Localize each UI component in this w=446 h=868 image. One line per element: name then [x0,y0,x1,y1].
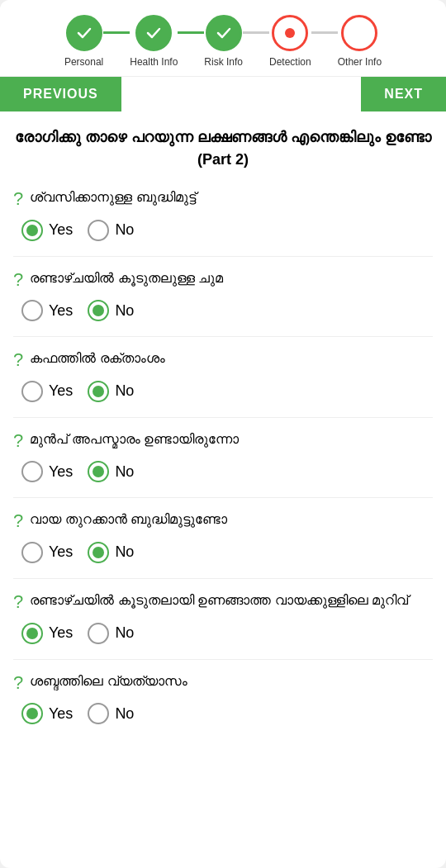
radio-outer-yes-7 [21,703,43,724]
radio-group-4: Yes No [13,461,433,482]
question-block-4: ? മുൻപ് അപസ്മാരം ഉണ്ടായിരുന്നോ Yes No [13,429,433,483]
step-circle-risk-info [206,15,242,51]
question-block-3: ? കഫത്തിൽ രക്താംശം Yes No [13,349,433,402]
radio-yes-3[interactable]: Yes [21,381,73,402]
radio-group-7: Yes No [13,703,433,724]
radio-yes-2[interactable]: Yes [21,300,73,321]
divider-4 [13,497,433,498]
divider-1 [13,256,433,257]
question-block-2: ? രണ്ടാഴ്ചയിൽ കൂടുതലുള്ള ചുമ Yes No [13,268,433,322]
no-label-5: No [115,543,134,561]
radio-outer-no-3 [88,381,109,402]
radio-no-7[interactable]: No [88,703,134,724]
radio-inner-yes-6 [26,628,38,639]
radio-yes-7[interactable]: Yes [21,703,73,724]
question-icon-7: ? [13,671,23,695]
question-text-1: ശ്വസിക്കാനുള്ള ബുദ്ധിമുട്ട് [30,187,195,207]
no-label-7: No [115,705,134,723]
question-icon-1: ? [13,187,23,211]
step-circle-other-info [341,15,377,51]
question-text-3: കഫത്തിൽ രക്താംശം [30,349,164,368]
radio-no-1[interactable]: No [88,220,134,241]
no-label-4: No [115,463,134,481]
step-label-personal: Personal [64,56,103,68]
question-block-7: ? ശബ്ദത്തിലെ വ്യത്യാസം Yes No [13,671,433,725]
radio-outer-yes-4 [21,461,43,482]
radio-no-5[interactable]: No [88,542,134,563]
radio-yes-5[interactable]: Yes [21,542,73,563]
no-label-6: No [115,624,134,642]
radio-yes-6[interactable]: Yes [21,623,73,644]
radio-outer-no-2 [88,300,109,321]
radio-outer-yes-6 [21,623,43,644]
step-risk-info: Risk Info [204,15,243,68]
yes-label-7: Yes [49,705,73,723]
next-button[interactable]: NEXT [361,77,446,111]
radio-no-4[interactable]: No [88,461,134,482]
radio-inner-no-2 [93,305,104,316]
question-block-5: ? വായ തുറക്കാൻ ബുദ്ധിമുട്ടുണ്ടോ Yes No [13,510,433,563]
line-3 [243,31,269,34]
step-detection: Detection [269,15,311,68]
step-circle-detection [272,15,308,51]
radio-inner-yes-1 [26,225,38,236]
radio-group-1: Yes No [13,220,433,241]
question-row-1: ? ശ്വസിക്കാനുള്ള ബുദ്ധിമുട്ട് [13,187,433,211]
question-icon-6: ? [13,591,23,614]
radio-inner-yes-7 [26,708,38,719]
question-text-4: മുൻപ് അപസ്മാരം ഉണ്ടായിരുന്നോ [30,429,239,449]
divider-2 [13,336,433,337]
radio-group-5: Yes No [13,542,433,563]
radio-outer-no-7 [88,703,109,724]
question-icon-4: ? [13,429,23,453]
radio-no-3[interactable]: No [88,381,134,402]
section-title: രോഗിക്കു താഴെ പറയുന്ന ലക്ഷണങ്ങൾ എന്തെങ്ക… [13,126,433,171]
radio-outer-yes-1 [21,220,43,241]
step-other-info: Other Info [338,15,382,68]
step-label-risk-info: Risk Info [204,56,243,68]
radio-group-3: Yes No [13,381,433,402]
yes-label-1: Yes [49,221,73,239]
radio-outer-yes-2 [21,300,43,321]
step-health-info: Health Info [130,15,178,68]
line-1 [103,31,130,34]
no-label-3: No [115,382,134,400]
yes-label-3: Yes [49,382,73,400]
progress-bar: Personal Health Info Risk Info Detection [0,0,446,76]
previous-button[interactable]: PREVIOUS [0,77,121,111]
question-row-4: ? മുൻപ് അപസ്മാരം ഉണ്ടായിരുന്നോ [13,429,433,453]
radio-outer-no-6 [88,623,109,644]
no-label-1: No [115,221,134,239]
question-row-2: ? രണ്ടാഴ്ചയിൽ കൂടുതലുള്ള ചുമ [13,268,433,292]
line-4 [311,31,338,34]
question-text-2: രണ്ടാഴ്ചയിൽ കൂടുതലുള്ള ചുമ [30,268,223,288]
radio-outer-no-1 [88,220,109,241]
radio-inner-no-3 [93,386,104,397]
question-text-5: വായ തുറക്കാൻ ബുദ്ധിമുട്ടുണ്ടോ [30,510,227,529]
radio-inner-no-4 [93,466,104,477]
radio-inner-no-5 [93,547,104,558]
question-block-6: ? രണ്ടാഴ്ചയിൽ കൂടുതലായി ഉണങ്ങാത്ത വായക്ക… [13,591,433,644]
radio-group-6: Yes No [13,623,433,644]
question-icon-3: ? [13,349,23,372]
step-personal: Personal [64,15,103,68]
step-label-detection: Detection [269,56,311,68]
step-circle-health-info [135,15,172,51]
question-icon-2: ? [13,268,23,292]
question-text-6: രണ്ടാഴ്ചയിൽ കൂടുതലായി ഉണങ്ങാത്ത വായക്കുള… [30,591,408,610]
question-text-7: ശബ്ദത്തിലെ വ്യത്യാസം [30,671,187,691]
yes-label-5: Yes [49,543,73,561]
radio-no-6[interactable]: No [88,623,134,644]
radio-yes-1[interactable]: Yes [21,220,73,241]
radio-outer-no-5 [88,542,109,563]
radio-yes-4[interactable]: Yes [21,461,73,482]
question-row-6: ? രണ്ടാഴ്ചയിൽ കൂടുതലായി ഉണങ്ങാത്ത വായക്ക… [13,591,433,614]
line-2 [178,31,204,34]
step-circle-personal [66,15,102,51]
radio-no-2[interactable]: No [88,300,134,321]
content-area: രോഗിക്കു താഴെ പറയുന്ന ലക്ഷണങ്ങൾ എന്തെങ്ക… [0,111,446,868]
no-label-2: No [115,302,134,320]
question-row-5: ? വായ തുറക്കാൻ ബുദ്ധിമുട്ടുണ്ടോ [13,510,433,534]
divider-6 [13,659,433,660]
yes-label-6: Yes [49,624,73,642]
